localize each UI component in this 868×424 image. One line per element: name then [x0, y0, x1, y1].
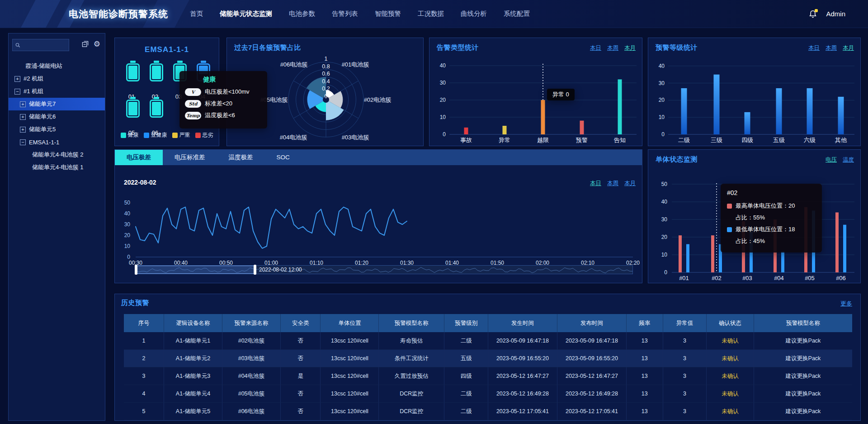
table-row[interactable]: 1A1-储能单元1#02电池簇否13csc 120#cell寿命预估二级2023… — [124, 332, 852, 350]
search-box[interactable] — [12, 39, 69, 51]
tab-4[interactable]: SOC — [265, 150, 302, 165]
datazoom-left-handle[interactable] — [135, 265, 137, 275]
nav-item-2[interactable]: 储能单元状态监测 — [220, 0, 272, 28]
tree-expander-icon[interactable]: + — [20, 127, 26, 133]
column-header: 频率 — [627, 314, 663, 332]
tree-item[interactable]: 储能单元4-电池簇 2 — [9, 148, 105, 161]
nav-item-6[interactable]: 工况数据 — [418, 0, 444, 28]
period-link-1[interactable]: 本日 — [590, 180, 601, 187]
svg-text:#03电池簇: #03电池簇 — [342, 134, 369, 141]
battery-icon — [126, 100, 140, 118]
tooltip-text: 最高单体电压位置：20 — [736, 200, 795, 212]
tab-2[interactable]: 电压标准差 — [163, 150, 217, 165]
column-header: 序号 — [124, 314, 164, 332]
table-cell: 建议更换Pack — [754, 367, 852, 385]
period-link-3[interactable]: 本月 — [624, 44, 636, 52]
tree-item[interactable]: +#2 机组 — [9, 72, 105, 85]
user-name[interactable]: Admin — [826, 10, 845, 18]
tree-expander-icon[interactable]: − — [20, 139, 26, 145]
table-cell: A1-储能单元4 — [164, 385, 222, 403]
top-navbar: 电池智能诊断预警系统 首页储能单元状态监测电池参数告警列表智能预警工况数据曲线分… — [0, 0, 868, 28]
table-cell: 13csc 120#cell — [321, 385, 379, 403]
svg-text:0.6: 0.6 — [322, 71, 330, 77]
collapse-panels-icon[interactable] — [82, 41, 89, 48]
tree-item[interactable]: +储能单元6 — [9, 110, 105, 123]
tab-1[interactable]: 电压极差 — [115, 150, 163, 165]
datazoom-label: 2022-08-02 12:00 — [259, 266, 302, 274]
legend-swatch — [195, 133, 201, 138]
svg-text:0.4: 0.4 — [322, 78, 330, 85]
tree-expander-icon[interactable]: − — [14, 89, 20, 95]
nav-item-3[interactable]: 电池参数 — [289, 0, 315, 28]
more-link[interactable]: 更多 — [840, 300, 852, 308]
table-row[interactable]: 2A1-储能单元2#03电池簇否13csc 120#cell条件工况统计五级20… — [124, 350, 852, 367]
svg-text:0: 0 — [325, 93, 328, 100]
svg-text:五级: 五级 — [773, 137, 785, 143]
table-cell: 2023-05-12 17:05:41 — [488, 403, 557, 420]
nav-item-8[interactable]: 系统配置 — [504, 0, 530, 28]
notifications-bell-icon[interactable] — [808, 9, 818, 19]
table-cell: #05电池簇 — [222, 385, 280, 403]
tree-item[interactable]: +储能单元7 — [9, 98, 105, 110]
datazoom-slider[interactable]: 2022-08-02 12:00 — [136, 265, 633, 274]
nav-item-4[interactable]: 告警列表 — [332, 0, 358, 28]
table-cell: 未确认 — [707, 350, 754, 367]
table-cell: 13 — [627, 385, 663, 403]
table-cell: 13 — [627, 350, 663, 367]
period-link-1[interactable]: 电压 — [826, 156, 837, 164]
table-cell: 久置过放预估 — [379, 367, 444, 385]
tree-item-label: 储能单元6 — [29, 113, 56, 121]
health-legend: 健康亚健康严重恶劣 — [115, 131, 219, 139]
table-row[interactable]: 4A1-储能单元4#05电池簇否13csc 120#cellDCR监控二级202… — [124, 385, 852, 403]
search-input[interactable] — [23, 42, 66, 49]
table-cell: 5 — [124, 403, 164, 420]
tooltip-title: #02 — [727, 189, 816, 196]
tree-expander-icon[interactable]: + — [14, 76, 20, 82]
table-cell: 3 — [124, 367, 164, 385]
legend-label: 健康 — [128, 131, 139, 139]
period-link-2[interactable]: 本周 — [607, 180, 618, 187]
period-link-1[interactable]: 本日 — [590, 44, 601, 52]
svg-text:越限: 越限 — [537, 137, 549, 143]
settings-gear-icon[interactable]: ⚙ — [94, 40, 100, 48]
tree-expander-icon[interactable]: + — [20, 101, 26, 107]
main-menu: 首页储能单元状态监测电池参数告警列表智能预警工况数据曲线分析系统配置 — [190, 0, 530, 28]
nav-item-5[interactable]: 智能预警 — [375, 0, 401, 28]
tree-item[interactable]: −EMSA1-1-1 — [9, 136, 105, 148]
datazoom-selection[interactable] — [136, 266, 255, 274]
column-header: 发生时间 — [488, 314, 557, 332]
tree-item[interactable]: 储能单元4-电池簇 1 — [9, 161, 105, 174]
tree-expander-icon[interactable]: + — [20, 114, 26, 120]
nav-item-1[interactable]: 首页 — [190, 0, 203, 28]
tree-item[interactable]: 霞浦-储能电站 — [9, 60, 105, 72]
datazoom-right-handle[interactable] — [254, 265, 256, 275]
device-tree-sidebar: ⚙ 霞浦-储能电站+#2 机组−#1 机组+储能单元7+储能单元6+储能单元5−… — [8, 33, 105, 421]
column-header: 发布时间 — [557, 314, 626, 332]
table-cell: 否 — [280, 385, 321, 403]
nav-item-7[interactable]: 曲线分析 — [461, 0, 487, 28]
table-cell: 13csc 120#cell — [321, 332, 379, 350]
series-swatch — [727, 227, 732, 232]
search-icon — [15, 42, 20, 48]
period-link-2[interactable]: 本周 — [607, 44, 618, 52]
svg-text:30: 30 — [659, 80, 665, 86]
tab-3[interactable]: 温度极差 — [217, 150, 265, 165]
tree-item-label: 储能单元7 — [29, 100, 56, 108]
period-link-3[interactable]: 本月 — [624, 180, 636, 187]
period-link-1[interactable]: 本日 — [808, 44, 820, 52]
svg-text:二级: 二级 — [678, 137, 690, 143]
period-link-3[interactable]: 本月 — [843, 44, 854, 52]
period-link-2[interactable]: 本周 — [826, 44, 837, 52]
tree-item-label: 霞浦-储能电站 — [25, 62, 62, 70]
tree-item[interactable]: +储能单元5 — [9, 123, 105, 136]
table-row[interactable]: 3A1-储能单元3#04电池簇是13csc 120#cell久置过放预估四级20… — [124, 367, 852, 385]
svg-text:0: 0 — [661, 131, 665, 138]
svg-text:三级: 三级 — [711, 137, 722, 143]
tree-item[interactable]: −#1 机组 — [9, 85, 105, 98]
svg-text:#01电池簇: #01电池簇 — [342, 61, 369, 68]
column-header: 确认状态 — [707, 314, 754, 332]
svg-text:#03: #03 — [742, 275, 752, 281]
table-cell: 建议更换Pack — [754, 403, 852, 420]
table-row[interactable]: 5A1-储能单元5#06电池簇否13csc 120#cellDCR监控二级202… — [124, 403, 852, 420]
period-link-2[interactable]: 温度 — [843, 156, 854, 164]
